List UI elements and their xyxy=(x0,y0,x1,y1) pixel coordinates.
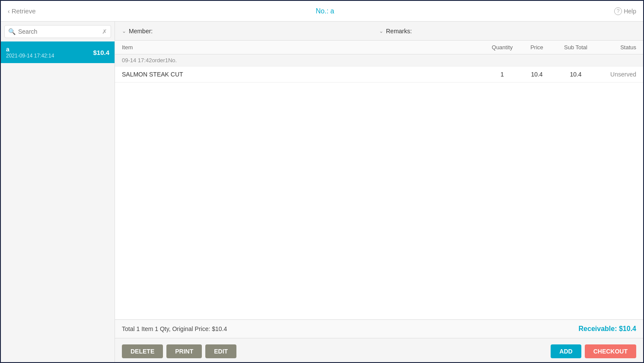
left-actions: DELETE PRINT EdIt xyxy=(122,344,236,358)
col-subtotal-header: Sub Total xyxy=(554,44,597,51)
table-body: 09-14 17:42order1No. SALMON STEAK CUT 1 … xyxy=(115,54,643,319)
table-group-row: 09-14 17:42order1No. xyxy=(115,54,643,67)
table-header: Item Quantity Price Sub Total Status xyxy=(115,41,643,54)
help-button[interactable]: ? Help xyxy=(614,7,636,15)
print-button[interactable]: PRINT xyxy=(166,344,202,358)
main-layout: 🔍 ✗ a 2021-09-14 17:42:14 $10.4 ⌄ Member… xyxy=(1,22,643,363)
table-row[interactable]: SALMON STEAK CUT 1 10.4 10.4 Unserved xyxy=(115,67,643,83)
order-list-item[interactable]: a 2021-09-14 17:42:14 $10.4 xyxy=(1,41,115,63)
item-price: 10.4 xyxy=(520,71,554,78)
col-price-header: Price xyxy=(520,44,554,51)
help-label: Help xyxy=(624,8,636,15)
checkout-button[interactable]: CHECKOUT xyxy=(585,344,636,358)
col-status-header: Status xyxy=(597,44,636,51)
right-actions: ADD CHECKOUT xyxy=(551,344,636,358)
item-status: Unserved xyxy=(597,71,636,78)
item-quantity: 1 xyxy=(485,71,520,78)
action-bar: DELETE PRINT EdIt ADD CHECKOUT xyxy=(115,338,643,363)
search-bar: 🔍 ✗ xyxy=(4,25,111,38)
edit-button[interactable]: EdIt xyxy=(205,344,236,358)
footer-summary: Total 1 Item 1 Qty, Original Price: $10.… xyxy=(115,319,643,338)
meta-row: ⌄ Member: ⌄ Remarks: xyxy=(115,22,643,41)
delete-button[interactable]: DELETE xyxy=(122,344,163,358)
add-button[interactable]: ADD xyxy=(551,344,581,358)
search-clear-icon[interactable]: ✗ xyxy=(102,28,107,35)
order-table: Item Quantity Price Sub Total Status 09-… xyxy=(115,41,643,319)
member-label: Member: xyxy=(129,28,153,35)
receivable-value: $10.4 xyxy=(619,325,636,332)
order-price: $10.4 xyxy=(93,49,109,56)
search-input[interactable] xyxy=(18,28,99,35)
retrieve-button[interactable]: ‹ Retrieve xyxy=(8,7,36,15)
retrieve-label: Retrieve xyxy=(12,7,36,15)
summary-text: Total 1 Item 1 Qty, Original Price: $10.… xyxy=(122,325,227,332)
order-name: a xyxy=(6,46,54,53)
order-list: a 2021-09-14 17:42:14 $10.4 xyxy=(1,41,115,63)
content-area: ⌄ Member: ⌄ Remarks: Item Quantity Price… xyxy=(115,22,643,363)
top-header: ‹ Retrieve No.: a ? Help xyxy=(1,1,643,22)
remarks-label: Remarks: xyxy=(386,28,412,35)
col-quantity-header: Quantity xyxy=(485,44,520,51)
order-info: a 2021-09-14 17:42:14 xyxy=(6,46,54,59)
item-name: SALMON STEAK CUT xyxy=(122,71,485,78)
item-subtotal: 10.4 xyxy=(554,71,597,78)
back-chevron-icon: ‹ xyxy=(8,8,10,15)
order-time: 2021-09-14 17:42:14 xyxy=(6,53,54,59)
member-section: ⌄ Member: xyxy=(122,28,379,35)
remarks-chevron-icon[interactable]: ⌄ xyxy=(379,28,383,34)
receivable-text: Receivable: $10.4 xyxy=(579,325,636,333)
col-item-header: Item xyxy=(122,44,485,51)
sidebar: 🔍 ✗ a 2021-09-14 17:42:14 $10.4 xyxy=(1,22,115,363)
order-number: No.: a xyxy=(316,7,335,15)
member-chevron-icon[interactable]: ⌄ xyxy=(122,28,126,34)
search-icon: 🔍 xyxy=(8,28,16,35)
help-icon: ? xyxy=(614,7,622,15)
remarks-section: ⌄ Remarks: xyxy=(379,28,636,35)
receivable-label: Receivable: xyxy=(579,325,617,332)
